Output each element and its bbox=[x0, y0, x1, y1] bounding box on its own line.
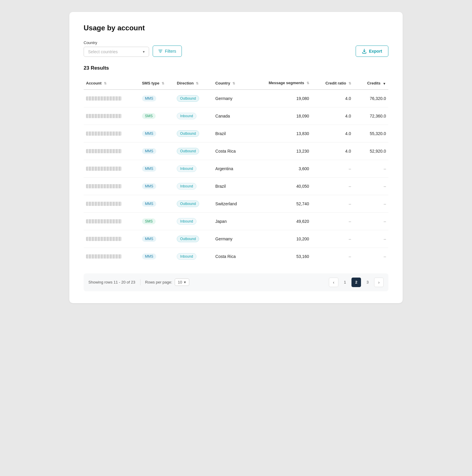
country-select[interactable]: Select countries ▾ bbox=[84, 47, 149, 57]
filters-button[interactable]: Filters bbox=[153, 46, 182, 57]
direction-badge: Outbound bbox=[177, 130, 199, 137]
cell-direction: Inbound bbox=[174, 107, 213, 125]
table-row: MMSInboundBrazil40,050–– bbox=[84, 177, 388, 195]
cell-msgseg: 13,230 bbox=[258, 142, 311, 160]
account-blur bbox=[86, 114, 122, 118]
export-button-label: Export bbox=[369, 49, 382, 54]
cell-creditratio: – bbox=[312, 195, 354, 212]
cell-msgseg: 13,830 bbox=[258, 125, 311, 142]
cell-credits: – bbox=[354, 177, 388, 195]
smstype-badge: SMS bbox=[142, 218, 156, 224]
cell-smstype: MMS bbox=[140, 248, 174, 265]
export-button[interactable]: Export bbox=[356, 46, 388, 57]
cell-smstype: MMS bbox=[140, 142, 174, 160]
smstype-badge: MMS bbox=[142, 253, 156, 259]
rows-per-page-select[interactable]: 10 ▾ bbox=[175, 278, 189, 286]
smstype-badge: MMS bbox=[142, 201, 156, 207]
cell-credits: 72,360.0 bbox=[354, 107, 388, 125]
cell-direction: Inbound bbox=[174, 248, 213, 265]
showing-text: Showing rows 11 - 20 of 23 bbox=[88, 280, 135, 284]
direction-badge: Inbound bbox=[177, 253, 196, 260]
col-header-country[interactable]: Country ⇅ bbox=[213, 77, 259, 90]
cell-account bbox=[84, 160, 140, 177]
cell-direction: Outbound bbox=[174, 90, 213, 107]
sort-icon-account: ⇅ bbox=[104, 82, 107, 85]
cell-creditratio: – bbox=[312, 177, 354, 195]
cell-msgseg: 49,620 bbox=[258, 212, 311, 230]
table-row: MMSOutboundGermany19,0804.076,320.0 bbox=[84, 90, 388, 107]
account-blur bbox=[86, 184, 122, 188]
cell-creditratio: – bbox=[312, 248, 354, 265]
cell-smstype: MMS bbox=[140, 195, 174, 212]
cell-country: Costa Rica bbox=[213, 142, 259, 160]
account-blur bbox=[86, 149, 122, 153]
dash: – bbox=[384, 254, 386, 259]
cell-smstype: MMS bbox=[140, 177, 174, 195]
cell-direction: Outbound bbox=[174, 125, 213, 142]
sort-icon-direction: ⇅ bbox=[196, 82, 199, 85]
cell-account bbox=[84, 90, 140, 107]
cell-country: Germany bbox=[213, 90, 259, 107]
col-header-direction[interactable]: Direction ⇅ bbox=[174, 77, 213, 90]
cell-credits: – bbox=[354, 230, 388, 248]
pagination-right: ‹ 1 2 3 › bbox=[329, 278, 384, 287]
cell-direction: Inbound bbox=[174, 160, 213, 177]
cell-account bbox=[84, 107, 140, 125]
smstype-badge: MMS bbox=[142, 236, 156, 242]
cell-credits: 52,920.0 bbox=[354, 142, 388, 160]
page-3-button[interactable]: 3 bbox=[363, 278, 372, 287]
dash: – bbox=[384, 237, 386, 241]
table-row: MMSOutboundBrazil13,8304.055,320.0 bbox=[84, 125, 388, 142]
table-row: SMSInboundJapan49,620–– bbox=[84, 212, 388, 230]
col-header-msgseg[interactable]: Message segments ⇅ bbox=[258, 77, 311, 90]
sort-icon-country: ⇅ bbox=[232, 82, 235, 85]
page-1-button[interactable]: 1 bbox=[340, 278, 350, 287]
cell-smstype: SMS bbox=[140, 212, 174, 230]
table-row: SMSInboundCanada18,0904.072,360.0 bbox=[84, 107, 388, 125]
col-header-credits[interactable]: Credits ▼ bbox=[354, 77, 388, 90]
account-blur bbox=[86, 202, 122, 206]
pagination-left: Showing rows 11 - 20 of 23 Rows per page… bbox=[88, 278, 189, 286]
cell-account bbox=[84, 125, 140, 142]
col-header-account[interactable]: Account ⇅ bbox=[84, 77, 140, 90]
cell-smstype: MMS bbox=[140, 160, 174, 177]
filters-icon bbox=[158, 49, 162, 53]
country-label: Country bbox=[84, 40, 149, 45]
cell-msgseg: 10,200 bbox=[258, 230, 311, 248]
cell-country: Brazil bbox=[213, 177, 259, 195]
cell-account bbox=[84, 142, 140, 160]
smstype-badge: SMS bbox=[142, 113, 156, 119]
country-select-placeholder: Select countries bbox=[88, 49, 118, 54]
dash: – bbox=[349, 254, 351, 259]
pagination-bar: Showing rows 11 - 20 of 23 Rows per page… bbox=[84, 273, 388, 291]
cell-creditratio: – bbox=[312, 160, 354, 177]
cell-country: Costa Rica bbox=[213, 248, 259, 265]
sort-icon-msgseg: ⇅ bbox=[307, 81, 309, 85]
prev-page-button[interactable]: ‹ bbox=[329, 278, 338, 287]
smstype-badge: MMS bbox=[142, 95, 156, 101]
col-header-smstype[interactable]: SMS type ⇅ bbox=[140, 77, 174, 90]
cell-creditratio: 4.0 bbox=[312, 90, 354, 107]
account-blur bbox=[86, 237, 122, 241]
cell-credits: – bbox=[354, 248, 388, 265]
next-page-button[interactable]: › bbox=[374, 278, 384, 287]
dash: – bbox=[349, 201, 351, 206]
cell-smstype: SMS bbox=[140, 107, 174, 125]
direction-badge: Inbound bbox=[177, 113, 196, 119]
export-icon bbox=[362, 49, 367, 54]
cell-msgseg: 19,080 bbox=[258, 90, 311, 107]
col-header-creditratio[interactable]: Credit ratio ⇅ bbox=[312, 77, 354, 90]
main-card: Usage by account Country Select countrie… bbox=[69, 12, 403, 303]
divider bbox=[140, 279, 140, 285]
cell-credits: 55,320.0 bbox=[354, 125, 388, 142]
cell-creditratio: 4.0 bbox=[312, 142, 354, 160]
smstype-badge: MMS bbox=[142, 131, 156, 137]
cell-creditratio: 4.0 bbox=[312, 107, 354, 125]
page-2-button[interactable]: 2 bbox=[351, 278, 361, 287]
cell-creditratio: – bbox=[312, 230, 354, 248]
account-blur bbox=[86, 131, 122, 136]
dash: – bbox=[349, 166, 351, 171]
chevron-down-icon: ▾ bbox=[184, 280, 186, 284]
cell-msgseg: 52,740 bbox=[258, 195, 311, 212]
rows-per-page: Rows per page: 10 ▾ bbox=[145, 278, 190, 286]
